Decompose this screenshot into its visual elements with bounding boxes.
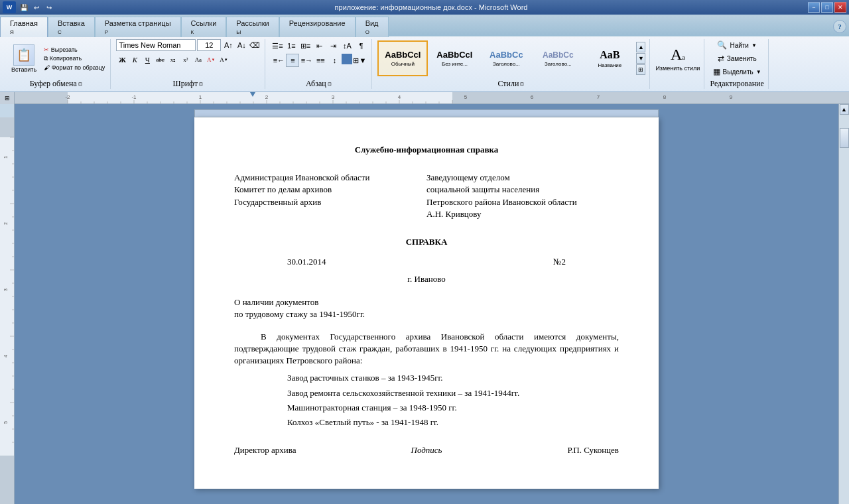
help-button[interactable]: ? <box>833 20 846 33</box>
document-header-bar <box>194 109 659 117</box>
clipboard-small-buttons: ✂ Вырезать ⧉ Копировать 🖌 Формат по обра… <box>42 46 106 72</box>
tab-mailings[interactable]: Рассылки Ы <box>226 17 279 37</box>
scroll-up-button[interactable]: ▲ <box>840 104 849 115</box>
svg-text:9: 9 <box>730 94 733 100</box>
styles-scroll-more[interactable]: ⊞ <box>636 64 645 75</box>
highlight-button[interactable]: A▼ <box>205 54 217 66</box>
svg-text:4: 4 <box>3 355 8 357</box>
vertical-ruler-svg: 1 2 3 4 5 <box>0 117 15 504</box>
copy-button[interactable]: ⧉ Копировать <box>42 54 106 63</box>
change-case-button[interactable]: Aa <box>192 54 204 66</box>
bullets-button[interactable]: ☰≡ <box>271 39 284 52</box>
style-heading1[interactable]: AaBbCc Заголово... <box>481 40 531 76</box>
scroll-thumb[interactable] <box>840 128 849 148</box>
format-painter-button[interactable]: 🖌 Формат по образцу <box>42 64 106 72</box>
window-title: приложение: информационные док.docx - Mi… <box>54 3 808 11</box>
close-button[interactable]: ✕ <box>834 2 846 13</box>
font-color-button[interactable]: A▼ <box>218 54 229 66</box>
document-content-area: Служебно-информационная справка Админист… <box>15 104 838 504</box>
clipboard-group-label: Буфер обмена ⊡ <box>30 79 84 89</box>
tab-insert[interactable]: Вставка С <box>48 17 95 37</box>
replace-button[interactable]: ⇄ Заменить <box>715 52 759 64</box>
tab-review[interactable]: Рецензирование <box>279 17 356 37</box>
borders-button[interactable]: ⊞▼ <box>353 54 366 67</box>
svg-text:5: 5 <box>3 421 8 424</box>
font-expand-icon[interactable]: ⊡ <box>199 82 204 87</box>
cut-button[interactable]: ✂ Вырезать <box>42 46 106 54</box>
italic-button[interactable]: К <box>129 54 141 66</box>
font-selector-row: A↑ A↓ ⌫ <box>116 39 261 51</box>
editing-group: 🔍 Найти ▼ ⇄ Заменить ▦ Выделить ▼ Редакт… <box>706 39 768 89</box>
header-right-line2: социальной защиты населения <box>426 184 619 196</box>
ribbon-tab-list: Главная Я Вставка С Разметка страницы Р … <box>0 15 849 36</box>
style-heading2[interactable]: AaBbCc Заголово... <box>533 40 583 76</box>
select-button[interactable]: ▦ Выделить ▼ <box>710 66 764 78</box>
align-left-button[interactable]: ≡← <box>272 54 285 67</box>
tab-view[interactable]: Вид О <box>356 17 389 37</box>
font-grow-button[interactable]: A↑ <box>222 39 234 51</box>
replace-icon: ⇄ <box>718 54 724 63</box>
ruler-corner[interactable]: ⊞ <box>0 92 15 104</box>
paragraph-group-label: Абзац ⊡ <box>306 79 333 89</box>
font-size-input[interactable] <box>197 39 221 51</box>
tab-page-layout[interactable]: Разметка страницы Р <box>95 17 181 37</box>
paragraph-row1: ☰≡ 1≡ ⊞≡ ⇤ ⇥ ↕A ¶ <box>271 39 367 52</box>
align-right-button[interactable]: ≡→ <box>300 54 313 67</box>
redo-quick-btn[interactable]: ↪ <box>44 2 54 13</box>
subject-line2: по трудовому стажу за 1941-1950гг. <box>234 308 619 320</box>
multilevel-button[interactable]: ⊞≡ <box>298 39 312 52</box>
maximize-button[interactable]: □ <box>821 2 833 13</box>
svg-text:5: 5 <box>464 94 468 100</box>
save-quick-btn[interactable]: 💾 <box>19 2 29 13</box>
svg-rect-44 <box>0 117 15 137</box>
decrease-indent-button[interactable]: ⇤ <box>312 39 326 52</box>
section-title-spravka: СПРАВКА <box>234 236 619 248</box>
signature-right: Р.П. Суконцев <box>492 444 619 456</box>
style-title[interactable]: АаВ Название <box>584 40 635 76</box>
font-format-row: Ж К Ч abc x₂ x² Aa A▼ A▼ <box>116 54 229 66</box>
styles-scroll-down[interactable]: ▼ <box>636 53 645 64</box>
paragraph-group: ☰≡ 1≡ ⊞≡ ⇤ ⇥ ↕A ¶ ≡← ≡ ≡→ ≡≡ ↕ ⊞▼ <box>267 39 372 89</box>
font-shrink-button[interactable]: A↓ <box>235 39 247 51</box>
show-marks-button[interactable]: ¶ <box>354 39 367 52</box>
paste-button[interactable]: 📋 Вставить <box>7 42 41 75</box>
underline-button[interactable]: Ч <box>141 54 153 66</box>
header-left-line3: Государственный архив <box>234 196 407 208</box>
find-button[interactable]: 🔍 Найти ▼ <box>714 39 759 51</box>
styles-scroll-up[interactable]: ▲ <box>636 42 645 52</box>
select-icon: ▦ <box>713 67 720 76</box>
shading-button[interactable] <box>342 54 352 64</box>
line-spacing-button[interactable]: ↕ <box>328 54 341 67</box>
svg-text:2: 2 <box>3 222 8 225</box>
style-no-spacing[interactable]: AaBbCcI Без инте... <box>429 40 480 76</box>
document-page[interactable]: Служебно-информационная справка Админист… <box>194 117 659 489</box>
subscript-button[interactable]: x₂ <box>167 54 179 66</box>
bold-button[interactable]: Ж <box>116 54 128 66</box>
strikethrough-button[interactable]: abc <box>154 54 166 66</box>
paragraph-expand-icon[interactable]: ⊡ <box>328 82 333 87</box>
sort-button[interactable]: ↕A <box>340 39 354 52</box>
clipboard-expand-icon[interactable]: ⊡ <box>78 82 84 87</box>
justify-button[interactable]: ≡≡ <box>314 54 327 67</box>
tab-references[interactable]: Ссылки К <box>181 17 227 37</box>
svg-text:-1: -1 <box>131 94 137 100</box>
styles-expand-icon[interactable]: ⊡ <box>520 82 525 87</box>
font-name-input[interactable] <box>116 39 196 51</box>
word-app-icon: W <box>3 1 16 13</box>
style-normal-label: Обычный <box>391 61 415 67</box>
header-left-line1: Администрация Ивановской области <box>234 172 407 184</box>
paste-label: Вставить <box>11 66 36 73</box>
align-center-button[interactable]: ≡ <box>286 54 299 67</box>
superscript-button[interactable]: x² <box>180 54 192 66</box>
change-styles-icon[interactable]: Aa <box>671 46 685 64</box>
font-group-label: Шрифт ⊡ <box>173 79 205 89</box>
numbering-button[interactable]: 1≡ <box>285 39 298 52</box>
minimize-button[interactable]: − <box>808 2 820 13</box>
increase-indent-button[interactable]: ⇥ <box>326 39 340 52</box>
style-normal[interactable]: AaBbCcI Обычный <box>377 40 428 76</box>
tab-home[interactable]: Главная Я <box>0 17 48 37</box>
undo-quick-btn[interactable]: ↩ <box>31 2 42 13</box>
clear-format-button[interactable]: ⌫ <box>249 39 261 51</box>
header-left-line2: Комитет по делам архивов <box>234 184 407 196</box>
svg-text:3: 3 <box>332 94 335 100</box>
